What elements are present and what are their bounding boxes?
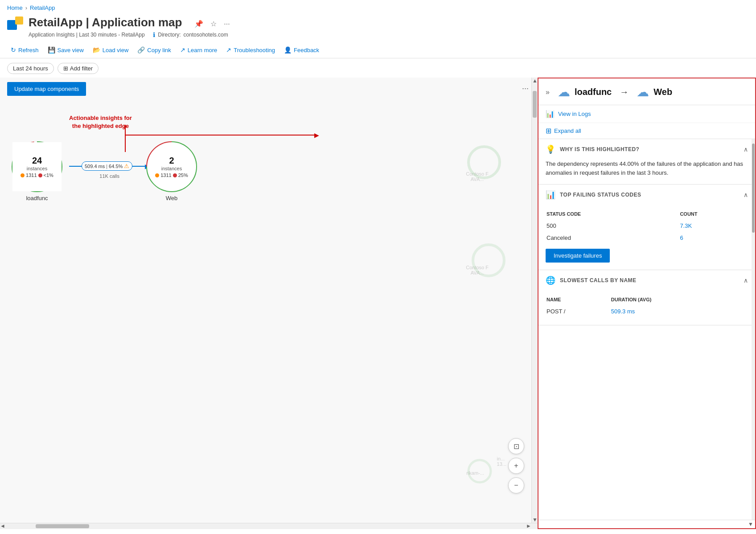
scroll-down-arrow[interactable]: ▼ <box>532 517 538 523</box>
slowest-calls-title: SLOWEST CALLS BY NAME <box>560 277 739 283</box>
count-6[interactable]: 6 <box>680 232 747 243</box>
to-node-name: Web <box>653 87 672 97</box>
count-7-3k[interactable]: 7.3K <box>680 220 747 231</box>
loadfunc-stat1: 1311 <box>26 173 37 178</box>
web-red-dot <box>173 173 177 177</box>
panel-scroll-area[interactable]: 💡 WHY IS THIS HIGHLIGHTED? ∧ The depende… <box>538 139 755 520</box>
status-codes-table: STATUS CODE COUNT 500 7.3K Canceled <box>546 209 748 244</box>
map-scroll-h-thumb[interactable] <box>36 524 89 528</box>
web-orange-dot <box>155 173 159 177</box>
loadfunc-node[interactable]: 24 instances 1311 <1% loadfunc <box>12 142 62 201</box>
panel-collapse-button[interactable]: » <box>546 88 550 96</box>
bg-in-label: in...13... <box>497 456 506 467</box>
why-chevron-icon: ∧ <box>744 146 748 153</box>
view-in-logs-action[interactable]: 📊 View in Logs <box>538 105 755 123</box>
status-code-500: 500 <box>546 220 679 231</box>
edge-ms: 509.4 ms <box>85 164 105 169</box>
top-failing-header[interactable]: 📊 TOP FAILING STATUS CODES ∧ <box>538 185 755 205</box>
svg-point-4 <box>468 147 500 178</box>
external-link-icon: ↗ <box>180 46 185 53</box>
why-highlighted-title: WHY IS THIS HIGHLIGHTED? <box>560 146 739 152</box>
expand-icon: ⊞ <box>546 127 551 135</box>
load-icon: 📂 <box>93 46 100 53</box>
copy-link-button[interactable]: 🔗 Copy link <box>134 45 174 55</box>
feedback-button[interactable]: 👤 Feedback <box>280 45 323 55</box>
insight-arrow-horizontal: ▶ <box>125 135 316 136</box>
zoom-out-button[interactable]: − <box>508 477 524 493</box>
panel-scroll-thumb[interactable] <box>752 144 755 233</box>
edge-container: 509.4 ms | 64.5% ⚠ ▶ 11K calls <box>69 161 150 179</box>
web-instances-label: instances <box>161 166 182 171</box>
why-highlighted-body: The dependency represents 44.00% of the … <box>538 160 755 184</box>
learn-more-button[interactable]: ↗ Learn more <box>177 45 221 55</box>
loadfunc-instances-label: instances <box>27 166 47 171</box>
count-col-header: COUNT <box>680 209 747 219</box>
map-scroll-v-thumb[interactable] <box>533 91 537 118</box>
why-highlighted-text: The dependency represents 44.00% of the … <box>546 160 748 177</box>
call-name-post: POST / <box>546 306 610 317</box>
directory-value: contosohotels.com <box>184 32 228 38</box>
duration-col-header: DURATION (AVG) <box>611 295 747 305</box>
slowest-calls-header[interactable]: 🌐 SLOWEST CALLS BY NAME ∧ <box>538 270 755 291</box>
scroll-up-arrow[interactable]: ▲ <box>532 78 538 84</box>
edge-badge[interactable]: 509.4 ms | 64.5% ⚠ <box>82 161 132 171</box>
map-area[interactable]: Update map components ··· Actionable ins… <box>0 78 538 529</box>
favorite-icon[interactable]: ☆ <box>209 19 218 29</box>
troubleshooting-button[interactable]: ↗ Troubleshooting <box>222 45 279 55</box>
web-count: 2 <box>169 156 174 166</box>
scroll-left-arrow[interactable]: ◄ <box>0 523 5 529</box>
map-scroll-horizontal[interactable] <box>0 523 538 529</box>
loadfunc-circle: 24 instances 1311 <1% <box>12 142 62 191</box>
view-in-logs-label: View in Logs <box>558 111 591 117</box>
scroll-right-arrow[interactable]: ► <box>526 523 531 529</box>
chart-icon: 📊 <box>546 190 555 200</box>
link-icon: 🔗 <box>137 46 145 53</box>
pin-icon[interactable]: 📌 <box>193 19 205 29</box>
save-view-button[interactable]: 💾 Save view <box>44 45 87 55</box>
breadcrumb-app[interactable]: RetailApp <box>30 4 55 11</box>
web-name: Web <box>147 195 196 201</box>
web-node[interactable]: 2 instances 1311 25% Web <box>147 142 196 201</box>
loadfunc-count: 24 <box>32 156 42 166</box>
edge-line: 509.4 ms | 64.5% ⚠ ▶ <box>69 161 150 171</box>
filter-bar: Last 24 hours ⊞ Add filter <box>0 58 756 78</box>
table-row: POST / 509.3 ms <box>546 306 747 317</box>
why-highlighted-header[interactable]: 💡 WHY IS THIS HIGHLIGHTED? ∧ <box>538 139 755 160</box>
panel-scroll-down-arrow[interactable]: ▼ <box>748 521 753 527</box>
insight-arrow-vertical: ▲ <box>125 126 126 152</box>
panel-scroll-footer: ▼ <box>538 520 755 528</box>
edge-pct: 64.5% <box>109 164 123 169</box>
panel-scrollbar[interactable] <box>752 139 755 520</box>
table-row: Canceled 6 <box>546 232 747 243</box>
breadcrumb: Home › RetailApp <box>0 0 756 14</box>
load-view-button[interactable]: 📂 Load view <box>89 45 132 55</box>
investigate-failures-button[interactable]: Investigate failures <box>546 249 610 263</box>
panel-header: » ☁ loadfunc → ☁ Web <box>538 78 755 105</box>
right-panel: » ☁ loadfunc → ☁ Web 📊 View in Logs ⊞ Ex… <box>538 78 756 529</box>
zoom-in-button[interactable]: + <box>508 458 524 474</box>
duration-509ms[interactable]: 509.3 ms <box>611 306 747 317</box>
svg-point-5 <box>473 245 504 276</box>
fit-map-button[interactable]: ⊡ <box>508 438 524 454</box>
filter-icon: ⊞ <box>63 65 68 72</box>
map-more-button[interactable]: ··· <box>522 84 529 93</box>
update-map-button[interactable]: Update map components <box>7 82 86 96</box>
more-icon[interactable]: ··· <box>222 19 231 29</box>
add-filter-button[interactable]: ⊞ Add filter <box>58 63 99 74</box>
web-stat1: 1311 <box>160 173 171 178</box>
info-icon: ℹ <box>153 31 155 38</box>
map-scroll-vertical[interactable] <box>531 78 538 529</box>
loadfunc-stat2: <1% <box>44 173 53 178</box>
main-layout: Update map components ··· Actionable ins… <box>0 78 756 529</box>
bulb-icon: 💡 <box>546 144 555 154</box>
breadcrumb-home[interactable]: Home <box>7 4 23 11</box>
bg-circle-mid <box>471 242 506 278</box>
top-failing-body: STATUS CODE COUNT 500 7.3K Canceled <box>538 209 755 270</box>
time-filter-button[interactable]: Last 24 hours <box>7 63 54 74</box>
refresh-button[interactable]: ↻ Refresh <box>7 45 42 55</box>
status-code-canceled: Canceled <box>546 232 679 243</box>
app-icon <box>7 16 23 33</box>
expand-all-button[interactable]: ⊞ Expand all <box>538 123 755 139</box>
logs-icon: 📊 <box>546 110 555 118</box>
web-circle: 2 instances 1311 25% <box>147 142 196 191</box>
